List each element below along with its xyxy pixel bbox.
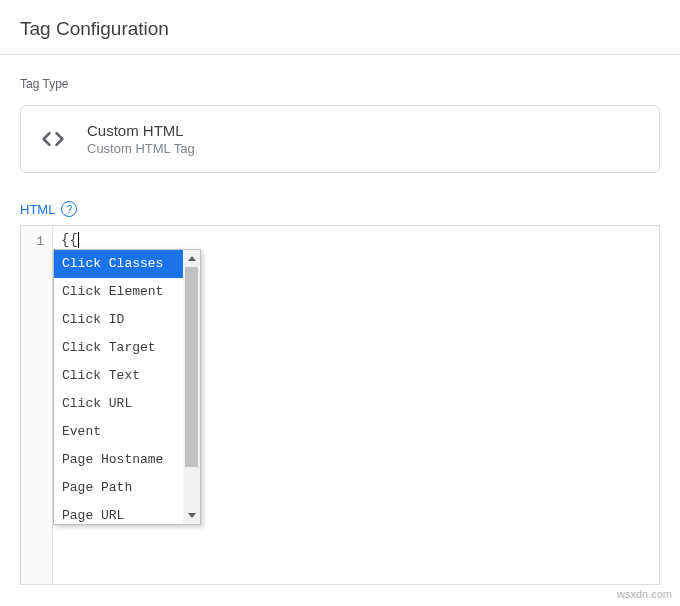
scroll-thumb[interactable] [185, 267, 198, 467]
page-title: Tag Configuration [0, 0, 680, 55]
html-label-row: HTML ? [20, 201, 660, 217]
tag-type-label: Tag Type [20, 77, 660, 91]
tag-type-info: Custom HTML Custom HTML Tag [87, 122, 195, 156]
code-brackets-icon [39, 125, 67, 153]
autocomplete-item-event[interactable]: Event [54, 418, 183, 446]
autocomplete-item-page-path[interactable]: Page Path [54, 474, 183, 502]
watermark-text: wsxdn.com [617, 588, 672, 600]
autocomplete-item-click-target[interactable]: Click Target [54, 334, 183, 362]
code-text: {{ [61, 232, 79, 248]
autocomplete-item-click-url[interactable]: Click URL [54, 390, 183, 418]
autocomplete-item-click-classes[interactable]: Click Classes [54, 250, 183, 278]
scroll-down-icon[interactable] [183, 507, 200, 524]
autocomplete-item-click-element[interactable]: Click Element [54, 278, 183, 306]
scroll-track[interactable] [183, 267, 200, 507]
scroll-up-icon[interactable] [183, 250, 200, 267]
line-number: 1 [21, 232, 52, 252]
html-code-editor[interactable]: 1 {{ Click Classes Click Element Click I… [20, 225, 660, 585]
autocomplete-item-page-hostname[interactable]: Page Hostname [54, 446, 183, 474]
html-section: HTML ? 1 {{ Click Classes Click Element … [20, 201, 660, 585]
editor-gutter: 1 [21, 226, 53, 584]
help-icon[interactable]: ? [61, 201, 77, 217]
svg-marker-1 [188, 513, 196, 518]
tag-type-title: Custom HTML [87, 122, 195, 139]
autocomplete-item-click-id[interactable]: Click ID [54, 306, 183, 334]
html-field-label: HTML [20, 202, 55, 217]
text-cursor [78, 232, 79, 248]
autocomplete-item-page-url[interactable]: Page URL [54, 502, 183, 524]
svg-marker-0 [188, 256, 196, 261]
tag-type-selector[interactable]: Custom HTML Custom HTML Tag [20, 105, 660, 173]
autocomplete-scrollbar [183, 250, 200, 524]
tag-type-subtitle: Custom HTML Tag [87, 141, 195, 156]
autocomplete-dropdown: Click Classes Click Element Click ID Cli… [53, 249, 201, 525]
autocomplete-item-click-text[interactable]: Click Text [54, 362, 183, 390]
autocomplete-list: Click Classes Click Element Click ID Cli… [54, 250, 183, 524]
editor-code-area[interactable]: {{ Click Classes Click Element Click ID … [53, 226, 659, 584]
content-area: Tag Type Custom HTML Custom HTML Tag HTM… [0, 55, 680, 585]
